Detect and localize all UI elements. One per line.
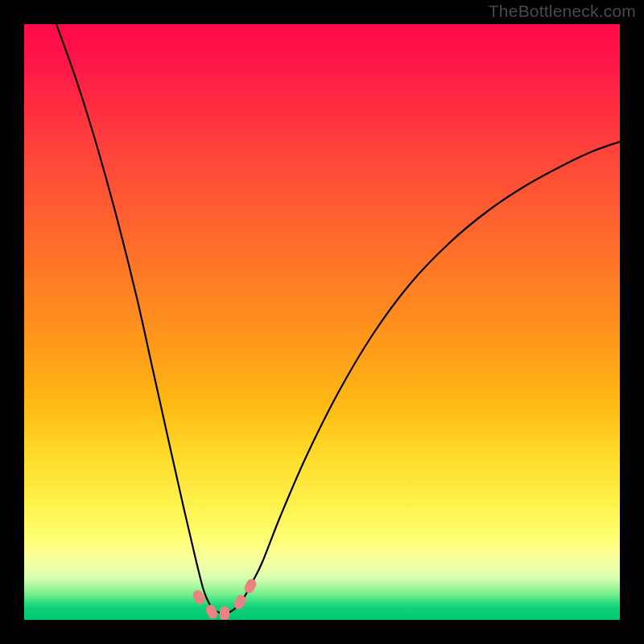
data-marker [242,577,258,595]
bottleneck-curve [56,24,620,613]
curve-svg [24,24,620,620]
watermark-text: TheBottleneck.com [489,2,636,21]
plot-area [24,24,620,620]
chart-frame: TheBottleneck.com [0,0,644,644]
data-marker [220,606,229,620]
